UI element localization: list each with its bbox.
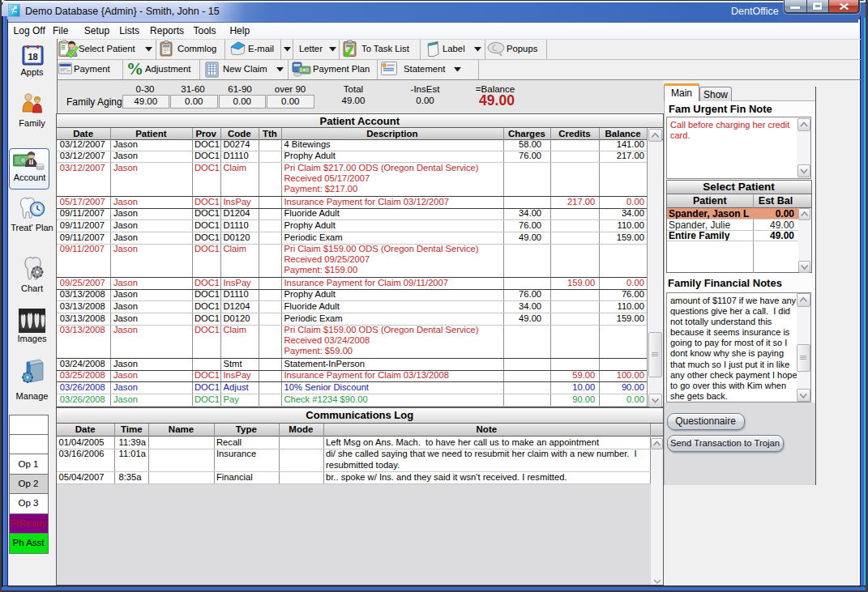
svg-text:18: 18 [28,52,37,62]
